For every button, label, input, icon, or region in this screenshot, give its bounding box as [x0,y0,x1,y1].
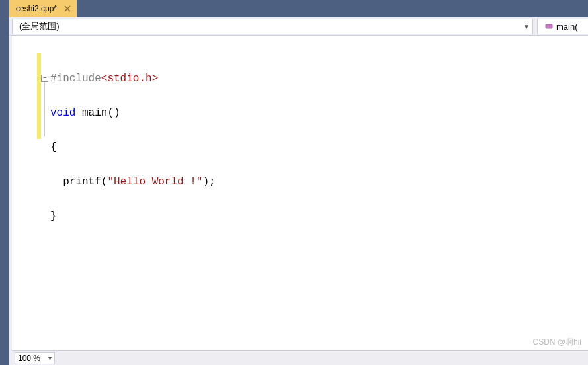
code-line: { [50,139,588,156]
code-line: } [50,208,588,225]
file-tab-active[interactable]: ceshi2.cpp* [9,0,77,17]
member-dropdown[interactable]: main( [537,19,588,34]
chevron-down-icon: ▼ [523,23,530,30]
close-icon[interactable] [62,3,73,14]
tab-filename: ceshi2.cpp* [16,4,57,13]
outline-margin: − [41,36,50,350]
code-editor[interactable]: − #include<stdio.h> void main() { printf… [12,36,588,350]
code-line: #include<stdio.h> [50,70,588,87]
navigation-bar: (全局范围) ▼ main( [9,17,588,36]
zoom-dropdown[interactable]: 100 % ▾ [15,352,55,364]
member-dropdown-label: main( [556,22,578,32]
code-line: void main() [50,104,588,122]
watermark-text: CSDN @啊hii [532,337,581,348]
chevron-down-icon: ▾ [48,354,52,362]
window-left-border [0,0,9,365]
method-icon [544,22,554,31]
fold-guide-line [44,82,45,136]
editor-margin [12,36,37,350]
zoom-value: 100 % [18,354,40,363]
status-bar: 100 % ▾ [12,350,588,365]
tab-bar: ceshi2.cpp* [9,0,588,17]
fold-toggle-icon[interactable]: − [41,75,48,82]
svg-rect-0 [546,24,552,28]
scope-dropdown-label: (全局范围) [19,20,60,32]
scope-dropdown[interactable]: (全局范围) ▼ [12,19,533,34]
code-line: printf("Hello World !"); [50,173,588,190]
code-text-area[interactable]: #include<stdio.h> void main() { printf("… [50,36,588,259]
